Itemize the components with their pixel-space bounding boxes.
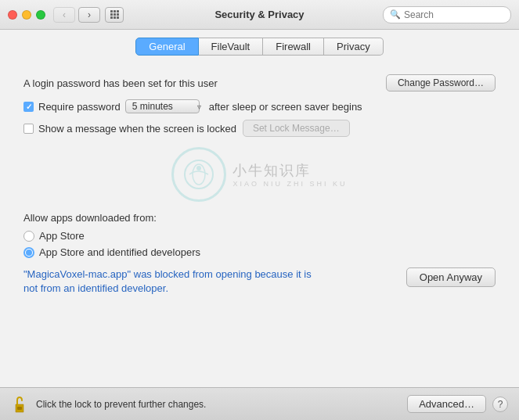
radio-app-store-label: App Store xyxy=(39,230,85,242)
lock-icon[interactable] xyxy=(11,394,28,415)
grid-icon xyxy=(110,10,119,19)
nav-buttons: ‹ › xyxy=(53,7,100,23)
radio-identified-row: App Store and identified developers xyxy=(23,246,496,258)
set-lock-message-button[interactable]: Set Lock Message… xyxy=(243,120,350,137)
require-password-label: Require password xyxy=(38,101,121,113)
watermark-icon xyxy=(182,157,216,192)
search-icon: 🔍 xyxy=(390,9,401,20)
change-password-button[interactable]: Change Password… xyxy=(386,74,496,92)
window-title: Security & Privacy xyxy=(214,9,304,20)
help-button[interactable]: ? xyxy=(492,397,508,412)
lock-label: Click the lock to prevent further change… xyxy=(36,399,206,410)
tab-firewall[interactable]: Firewall xyxy=(263,38,324,56)
bottom-bar: Click the lock to prevent further change… xyxy=(0,387,519,420)
show-message-row: Show a message when the screen is locked… xyxy=(23,120,496,137)
password-label: A login password has been set for this u… xyxy=(23,77,218,89)
radio-identified[interactable] xyxy=(23,247,34,258)
password-interval-dropdown[interactable]: 5 minutes immediately 1 minute 15 minute… xyxy=(125,99,200,113)
grid-button[interactable] xyxy=(105,7,124,23)
tabs-bar: General FileVault Firewall Privacy xyxy=(0,30,519,62)
content-area: A login password has been set for this u… xyxy=(0,62,519,303)
allow-apps-section: Allow apps downloaded from: App Store Ap… xyxy=(23,212,496,258)
radio-identified-label: App Store and identified developers xyxy=(39,246,200,258)
show-message-label: Show a message when the screen is locked xyxy=(38,123,236,135)
search-box[interactable]: 🔍 xyxy=(383,6,511,23)
tab-general[interactable]: General xyxy=(135,38,198,56)
tab-filevault[interactable]: FileVault xyxy=(199,38,264,56)
blocked-app-text: "MagicaVoxel-mac.app" was blocked from o… xyxy=(23,267,321,296)
radio-app-store-row: App Store xyxy=(23,230,496,242)
watermark-circle xyxy=(171,147,226,202)
radio-app-store[interactable] xyxy=(23,231,34,242)
tab-privacy[interactable]: Privacy xyxy=(324,38,384,56)
blocked-app-row: "MagicaVoxel-mac.app" was blocked from o… xyxy=(23,267,496,296)
watermark-pinyin: XIAO NIU ZHI SHI KU xyxy=(232,180,347,188)
back-button[interactable]: ‹ xyxy=(53,7,75,23)
require-password-after-label: after sleep or screen saver begins xyxy=(209,101,362,113)
main-content: General FileVault Firewall Privacy A log… xyxy=(0,30,519,387)
lock-icon-area: Click the lock to prevent further change… xyxy=(11,394,206,415)
password-interval-dropdown-wrapper: 5 minutes immediately 1 minute 15 minute… xyxy=(121,99,204,113)
password-row: A login password has been set for this u… xyxy=(23,74,496,92)
allow-apps-label: Allow apps downloaded from: xyxy=(23,212,496,224)
bottom-right: Advanced… ? xyxy=(407,395,508,413)
forward-button[interactable]: › xyxy=(78,7,100,23)
watermark-area: 小牛知识库 XIAO NIU ZHI SHI KU xyxy=(23,143,496,206)
watermark-chinese: 小牛知识库 xyxy=(232,163,311,178)
svg-point-2 xyxy=(196,166,201,171)
show-message-checkbox[interactable] xyxy=(23,124,34,134)
titlebar: ‹ › Security & Privacy 🔍 xyxy=(0,0,519,30)
require-password-checkbox[interactable] xyxy=(23,102,34,112)
traffic-lights xyxy=(8,10,45,20)
watermark-text-block: 小牛知识库 XIAO NIU ZHI SHI KU xyxy=(232,161,347,188)
svg-rect-3 xyxy=(17,407,22,410)
minimize-button[interactable] xyxy=(22,10,31,20)
search-input[interactable] xyxy=(404,9,504,20)
maximize-button[interactable] xyxy=(36,10,45,20)
require-password-row: Require password 5 minutes immediately 1… xyxy=(23,99,496,113)
advanced-button[interactable]: Advanced… xyxy=(407,395,486,413)
open-anyway-button[interactable]: Open Anyway xyxy=(406,267,496,287)
close-button[interactable] xyxy=(8,10,17,20)
